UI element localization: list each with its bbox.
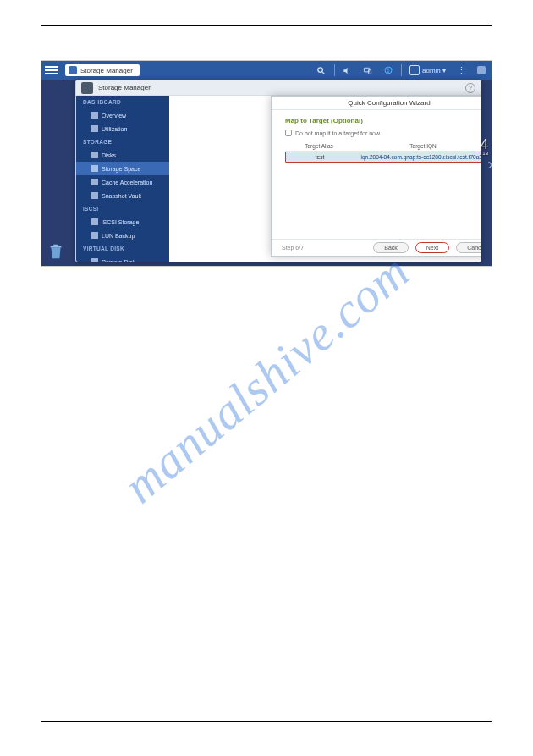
remote-icon: [91, 258, 98, 262]
menu-icon[interactable]: [45, 63, 58, 77]
modal-heading: Map to Target (Optional): [285, 117, 481, 124]
app-tab[interactable]: Storage Manager: [65, 64, 140, 76]
vault-icon: [91, 192, 98, 199]
sidebar-cat-dashboard: DASHBOARD: [76, 96, 169, 108]
user-label: admin ▾: [422, 67, 446, 74]
modal-footer: Step 6/7 Back Next Cancel: [272, 239, 481, 256]
sidebar-item-overview[interactable]: Overview: [76, 108, 169, 122]
window-titlebar: Storage Manager ?: [76, 80, 481, 96]
next-button[interactable]: Next: [415, 242, 449, 253]
search-icon[interactable]: [316, 64, 327, 76]
wizard-modal: Quick Configuration Wizard ✕ Map to Targ…: [271, 96, 481, 257]
col-iqn: Target IQN: [353, 141, 481, 151]
table-row[interactable]: test iqn.2004-04.com.qnap:ts-ec1280u:isc…: [285, 152, 481, 163]
watermark: manualshive.com: [113, 242, 420, 514]
donotmap-checkbox[interactable]: Do not map it to a target for now.: [285, 130, 481, 136]
storage-icon: [69, 66, 77, 74]
os-topbar: Storage Manager admin ▾ ⋮: [41, 61, 492, 80]
sidebar-item-storage-space[interactable]: Storage Space: [76, 162, 169, 175]
sidebar-item-utilization[interactable]: Utilization: [76, 122, 169, 135]
svg-line-1: [322, 71, 325, 74]
col-alias: Target Alias: [285, 141, 353, 151]
sidebar-item-snapshot-vault[interactable]: Snapshot Vault: [76, 189, 169, 202]
sidebar-item-iscsi-storage[interactable]: iSCSI Storage: [76, 215, 169, 229]
more-icon[interactable]: ⋮: [455, 64, 467, 76]
sidebar-item-cache[interactable]: Cache Acceleration: [76, 175, 169, 189]
sidebar-cat-vdisk: VIRTUAL DISK: [76, 242, 169, 255]
sidebar-cat-iscsi: iSCSI: [76, 202, 169, 215]
help-icon[interactable]: ?: [465, 83, 475, 93]
devices-icon[interactable]: [362, 64, 374, 76]
sidebar: DASHBOARD Overview Utilization STORAGE D…: [76, 96, 169, 262]
step-label: Step 6/7: [282, 245, 304, 251]
storage-space-icon: [91, 165, 98, 172]
svg-point-6: [387, 72, 388, 73]
modal-titlebar: Quick Configuration Wizard ✕: [272, 97, 481, 110]
sidebar-item-lun-backup[interactable]: LUN Backup: [76, 229, 169, 242]
cache-icon: [91, 179, 98, 185]
notifications-icon[interactable]: [382, 64, 394, 76]
cell-iqn: iqn.2004-04.com.qnap:ts-ec1280u:iscsi.te…: [354, 152, 481, 162]
utilization-icon: [91, 125, 98, 132]
trash-icon[interactable]: [47, 242, 65, 261]
modal-title: Quick Configuration Wizard: [348, 99, 430, 107]
back-button[interactable]: Back: [373, 242, 409, 253]
app-tab-label: Storage Manager: [80, 67, 133, 74]
sidebar-item-disks[interactable]: Disks: [76, 148, 169, 162]
svg-point-0: [318, 67, 323, 72]
window-app-icon: [81, 82, 93, 94]
cancel-button[interactable]: Cancel: [456, 242, 481, 253]
cell-alias: test: [286, 152, 354, 162]
volume-icon[interactable]: [342, 64, 354, 76]
dashboard-icon[interactable]: [475, 64, 487, 76]
desktop-next-icon[interactable]: ›: [487, 154, 492, 174]
overview-icon: [91, 112, 98, 119]
window-title: Storage Manager: [98, 84, 151, 91]
app-window: Storage Manager ? DASHBOARD Overview Uti…: [75, 80, 481, 262]
lun-icon: [91, 232, 98, 239]
disks-icon: [91, 152, 98, 158]
main-area: Snapshot Manage Quick Configuration Wiza…: [169, 96, 481, 262]
checkbox-label: Do not map it to a target for now.: [295, 130, 382, 136]
screenshot-container: Storage Manager admin ▾ ⋮: [41, 60, 492, 267]
sidebar-cat-storage: STORAGE: [76, 135, 169, 148]
sidebar-item-remote-disk[interactable]: Remote Disk: [76, 255, 169, 262]
iscsi-icon: [91, 218, 98, 225]
checkbox-icon: [285, 130, 292, 136]
user-menu[interactable]: admin ▾: [404, 64, 451, 76]
table-header: Target Alias Target IQN: [285, 141, 481, 152]
